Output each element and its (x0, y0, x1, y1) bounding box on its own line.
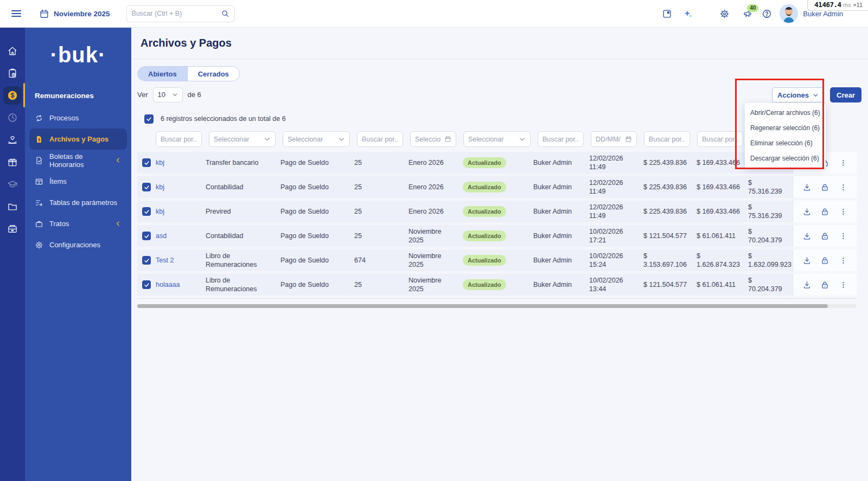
sidebar-item-tablas-de-parametros[interactable]: Tablas de parámetros (29, 192, 127, 213)
filter-status-select[interactable] (463, 131, 531, 147)
row-checkbox[interactable] (142, 232, 151, 240)
sidebar-item-items[interactable]: Ítems (29, 171, 127, 192)
kebab-menu-icon[interactable] (839, 232, 848, 241)
filter-amount1-input[interactable] (649, 136, 685, 143)
row-name-link[interactable]: kbj (156, 208, 164, 215)
kebab-menu-icon[interactable] (839, 158, 848, 168)
row-count: 25 (354, 183, 409, 191)
row-name-link[interactable]: asd (156, 232, 167, 240)
announcements-megaphone-icon[interactable]: 40 (743, 9, 753, 19)
kebab-menu-icon[interactable] (839, 207, 848, 216)
row-name-link[interactable]: Test 2 (156, 256, 174, 264)
row-checkbox[interactable] (142, 183, 151, 191)
row-amount-1: $ 225.439.836 (643, 207, 697, 216)
kebab-menu-icon[interactable] (839, 183, 848, 192)
row-name-link[interactable]: kbj (156, 159, 164, 166)
search-icon[interactable] (221, 9, 229, 18)
download-icon[interactable] (802, 207, 812, 216)
kebab-menu-icon[interactable] (839, 256, 848, 265)
sidebar-item-configuraciones[interactable]: Configuraciones (29, 234, 127, 255)
lock-icon[interactable] (820, 207, 829, 216)
lock-icon[interactable] (820, 256, 829, 265)
download-icon[interactable] (802, 280, 812, 290)
rail-gift-icon[interactable] (0, 151, 25, 173)
menu-item-regenerar[interactable]: Regenerar selección (6) (745, 120, 826, 136)
sidebar-item-tratos[interactable]: Tratos (29, 213, 127, 234)
main-content: Archivos y Pagos Abiertos Cerrados Ver 1… (131, 28, 868, 481)
rail-remuneraciones-icon[interactable] (0, 84, 25, 106)
crear-button[interactable]: Crear (830, 87, 861, 102)
row-name-link[interactable]: kbj (156, 183, 164, 191)
avatar[interactable] (780, 4, 798, 23)
rail-bank-icon[interactable] (0, 217, 25, 240)
period-selector[interactable]: Noviembre 2025 (39, 9, 110, 19)
acciones-button-label: Acciones (777, 91, 809, 99)
row-amount-1: $ 121.504.577 (643, 232, 697, 240)
filter-date2[interactable] (591, 131, 637, 147)
download-icon[interactable] (802, 232, 812, 241)
notification-badge: 40 (747, 4, 758, 12)
filter-type-select[interactable] (209, 131, 276, 147)
filter-amount2-input[interactable] (702, 136, 738, 143)
rail-home-icon[interactable] (0, 40, 25, 62)
status-badge: Actualizado (463, 279, 506, 290)
global-search[interactable] (126, 5, 235, 22)
row-checkbox[interactable] (142, 256, 151, 265)
tab-cerrados[interactable]: Cerrados (188, 67, 239, 81)
horizontal-scrollbar[interactable] (137, 304, 857, 308)
table-icon (35, 177, 43, 186)
acciones-button[interactable]: Acciones (772, 87, 824, 102)
rail-folder-icon[interactable] (0, 195, 25, 217)
row-checkbox[interactable] (142, 280, 151, 289)
lock-icon[interactable] (820, 280, 829, 290)
settings-gear-icon[interactable] (719, 9, 730, 19)
row-user: Buker Admin (533, 183, 589, 191)
sidebar-item-label: Tablas de parámetros (49, 198, 117, 207)
chevron-down-icon (813, 92, 819, 98)
sidebar-item-procesos[interactable]: Procesos (29, 107, 127, 129)
sidebar-item-boletas[interactable]: Boletas de Honorarios (29, 150, 127, 171)
filter-date-input[interactable] (415, 136, 442, 143)
download-icon[interactable] (802, 256, 812, 265)
scrollbar-thumb[interactable] (137, 304, 828, 308)
row-user: Buker Admin (533, 207, 589, 216)
lock-icon[interactable] (820, 183, 829, 192)
menu-item-abrir-cerrar[interactable]: Abrir/Cerrar archivos (6) (745, 105, 826, 120)
filter-period-date[interactable] (410, 131, 456, 147)
table-row: kbj Previred Pago de Sueldo 25 Enero 202… (137, 201, 858, 222)
filter-count-input[interactable] (362, 136, 398, 143)
filter-select-input[interactable] (214, 136, 261, 143)
row-count: 25 (354, 232, 409, 240)
rail-clipboard-icon[interactable] (0, 62, 25, 84)
row-count: 674 (354, 256, 409, 265)
filter-user-input[interactable] (542, 136, 579, 143)
lock-icon[interactable] (820, 232, 829, 241)
row-name-link[interactable]: holaaaa (156, 281, 180, 288)
rail-clock-icon[interactable] (0, 106, 25, 129)
rail-training-icon[interactable] (0, 173, 25, 195)
window-icon[interactable] (662, 9, 672, 19)
menu-item-descargar[interactable]: Descargar selección (6) (745, 151, 826, 166)
row-checkbox[interactable] (142, 158, 151, 167)
sparkles-icon[interactable] (683, 9, 693, 19)
hamburger-menu-icon[interactable] (10, 7, 23, 20)
select-all-checkbox[interactable] (144, 114, 154, 124)
sidebar-item-label: Configuraciones (49, 241, 100, 249)
row-checkbox[interactable] (142, 207, 151, 216)
page-size-select[interactable]: 10 (153, 87, 183, 102)
rail-benefits-icon[interactable] (0, 129, 25, 151)
row-amount-2: $ 169.433.466 (697, 158, 748, 167)
download-icon[interactable] (802, 183, 812, 192)
status-badge: Actualizado (463, 157, 506, 168)
filter-date-input[interactable] (596, 136, 623, 143)
tab-abiertos[interactable]: Abiertos (138, 67, 188, 81)
menu-item-eliminar[interactable]: Eliminar selección (6) (745, 136, 826, 151)
search-input[interactable] (132, 10, 221, 17)
filter-select-input[interactable] (468, 136, 516, 143)
kebab-menu-icon[interactable] (839, 280, 848, 290)
filter-name-input[interactable] (161, 136, 197, 143)
sidebar-item-archivos-y-pagos[interactable]: Archivos y Pagos (29, 129, 127, 150)
filter-select-input[interactable] (288, 136, 336, 143)
help-icon[interactable] (762, 9, 772, 19)
filter-process-select[interactable] (283, 131, 350, 147)
